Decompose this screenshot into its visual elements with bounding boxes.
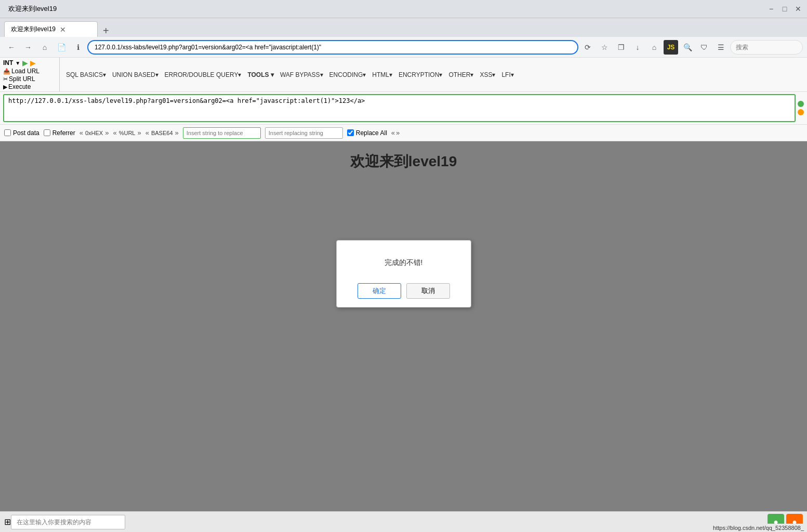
menu-waf-bypass[interactable]: WAF BYPASS▾ <box>277 71 326 78</box>
hex-decode-btn[interactable]: « <box>80 129 83 137</box>
dialog-box: 完成的不错! 确定 取消 <box>336 240 471 308</box>
url-decode-btn[interactable]: « <box>113 129 116 137</box>
forward-button[interactable]: → <box>21 40 35 55</box>
reload-button[interactable]: ⟳ <box>580 40 595 55</box>
url-label: %URL <box>118 130 137 136</box>
menu-other[interactable]: OTHER▾ <box>445 71 477 78</box>
main-content: 欢迎来到level19 完成的不错! 确定 取消 <box>0 141 807 406</box>
nav-bar: ← → ⌂ 📄 ℹ ⟳ ☆ ❐ ↓ ⌂ JS 🔍 🛡 ☰ <box>0 37 807 58</box>
download-icon[interactable]: ↓ <box>630 40 645 55</box>
insert-replacing-input[interactable] <box>265 127 343 139</box>
base64-decode-btn[interactable]: « <box>145 129 149 137</box>
dialog-overlay: 完成的不错! 确定 取消 <box>0 141 807 406</box>
nav-icons: ☆ ❐ ↓ ⌂ JS 🔍 🛡 ☰ <box>597 40 728 55</box>
split-url-icon: ✂ <box>3 76 8 83</box>
home-button[interactable]: ⌂ <box>37 40 52 55</box>
replace-right-btn[interactable]: » <box>396 129 400 137</box>
int-selector[interactable]: INT ▼ ▶ ▶ <box>3 59 36 67</box>
bookmark-icon[interactable]: ☆ <box>597 40 612 55</box>
referrer-label: Referrer <box>52 129 75 137</box>
replace-left-btn[interactable]: « <box>391 129 395 137</box>
taskbar-search-input[interactable] <box>11 515 125 529</box>
menu-encryption[interactable]: ENCRYPTION▾ <box>395 71 445 78</box>
url-side-icons <box>798 101 804 115</box>
menu-union-based[interactable]: UNION BASED▾ <box>109 71 162 78</box>
base64-encode-btn[interactable]: » <box>175 129 179 137</box>
menu-sql-basics[interactable]: SQL BASICS▾ <box>63 71 109 78</box>
home-nav-icon[interactable]: ⌂ <box>647 40 662 55</box>
search-icon[interactable]: 🔍 <box>680 40 695 55</box>
minimize-button[interactable]: − <box>766 4 776 14</box>
active-tab[interactable]: 欢迎来到level19 ✕ <box>4 21 98 37</box>
tab-close-icon[interactable]: ✕ <box>60 25 66 34</box>
shield-icon[interactable]: 🛡 <box>697 40 711 55</box>
base64-label: BASE64 <box>150 130 174 136</box>
title-bar: 欢迎来到level19 − □ ✕ <box>0 0 807 18</box>
search-input[interactable] <box>730 40 803 55</box>
start-button[interactable]: ⊞ <box>4 517 11 527</box>
post-data-checkbox-label[interactable]: Post data <box>4 129 39 137</box>
url-encode-btn[interactable]: » <box>137 129 141 137</box>
split-url-container: ✂ Split URL <box>3 75 35 83</box>
dialog-buttons: 确定 取消 <box>347 283 460 299</box>
orange-arrow-icon: ▶ <box>30 59 36 67</box>
referrer-checkbox[interactable] <box>44 129 50 136</box>
menu-html[interactable]: HTML▾ <box>369 71 395 78</box>
menu-lfi[interactable]: LFI▾ <box>498 71 517 78</box>
post-data-label: Post data <box>13 129 39 137</box>
page-icon[interactable]: 📄 <box>54 40 69 55</box>
ext-left-panel: INT ▼ ▶ ▶ 📥 Load URL ✂ Split URL ▶ Execu… <box>0 58 60 91</box>
menu-tools[interactable]: TOOLS ▾ <box>244 71 276 78</box>
address-bar[interactable] <box>87 40 578 55</box>
ext-menu-bar: SQL BASICS▾ UNION BASED▾ ERROR/DOUBLE QU… <box>60 58 807 91</box>
replace-encode-group: « » <box>391 129 400 137</box>
orange-dot-icon <box>798 109 804 115</box>
replace-all-label[interactable]: Replace All <box>347 129 387 137</box>
url-encode-group: « %URL » <box>113 129 141 137</box>
taskbar: ⊞ ● ● https://blog.csdn.net/qq_52358808_ <box>0 511 807 532</box>
referrer-checkbox-label[interactable]: Referrer <box>44 129 75 137</box>
maximize-button[interactable]: □ <box>780 4 789 14</box>
menu-error-double-query[interactable]: ERROR/DOUBLE QUERY▾ <box>162 71 245 78</box>
window-controls: − □ ✕ <box>766 4 803 14</box>
load-url-button[interactable]: Load URL <box>11 68 39 75</box>
insert-string-input[interactable] <box>183 127 261 139</box>
replace-all-text: Replace All <box>356 129 387 137</box>
tab-label: 欢迎来到level19 <box>11 25 56 34</box>
hex-encode-group: « 0xHEX » <box>80 129 109 137</box>
tools-bar: Post data Referrer « 0xHEX » « %URL » « … <box>0 125 807 141</box>
execute-button[interactable]: Execute <box>8 83 31 90</box>
hex-label: 0xHEX <box>84 130 104 136</box>
replace-all-checkbox[interactable] <box>347 129 354 136</box>
menu-xss[interactable]: XSS▾ <box>477 71 498 78</box>
int-dropdown-icon[interactable]: ▼ <box>15 60 20 66</box>
url-area <box>0 92 807 125</box>
dialog-message: 完成的不错! <box>347 253 460 273</box>
hex-encode-btn[interactable]: » <box>105 129 109 137</box>
dialog-cancel-button[interactable]: 取消 <box>406 283 450 299</box>
load-url-container: 📥 Load URL <box>3 68 39 75</box>
extension-bar: INT ▼ ▶ ▶ 📥 Load URL ✂ Split URL ▶ Execu… <box>0 58 807 92</box>
url-textarea[interactable] <box>3 94 796 122</box>
execute-container: ▶ Execute <box>3 83 31 90</box>
back-button[interactable]: ← <box>4 40 19 55</box>
new-tab-button[interactable]: + <box>100 25 112 37</box>
load-url-icon: 📥 <box>3 68 10 75</box>
tab-bar: 欢迎来到level19 ✕ + <box>0 18 807 37</box>
menu-icon[interactable]: ☰ <box>713 40 728 55</box>
green-arrow-icon: ▶ <box>22 59 28 67</box>
int-label: INT <box>3 59 13 66</box>
browser-title: 欢迎来到level19 <box>8 4 57 14</box>
reader-icon[interactable]: ❐ <box>614 40 628 55</box>
post-data-checkbox[interactable] <box>4 129 11 136</box>
execute-icon: ▶ <box>3 84 7 90</box>
split-url-button[interactable]: Split URL <box>9 75 35 83</box>
base64-encode-group: « BASE64 » <box>145 129 179 137</box>
green-dot-icon <box>798 101 804 107</box>
close-button[interactable]: ✕ <box>793 4 803 14</box>
info-icon[interactable]: ℹ <box>71 40 85 55</box>
js-icon[interactable]: JS <box>664 40 678 55</box>
dialog-confirm-button[interactable]: 确定 <box>358 283 401 299</box>
status-url: https://blog.csdn.net/qq_52358808_ <box>710 524 807 532</box>
menu-encoding[interactable]: ENCODING▾ <box>326 71 369 78</box>
